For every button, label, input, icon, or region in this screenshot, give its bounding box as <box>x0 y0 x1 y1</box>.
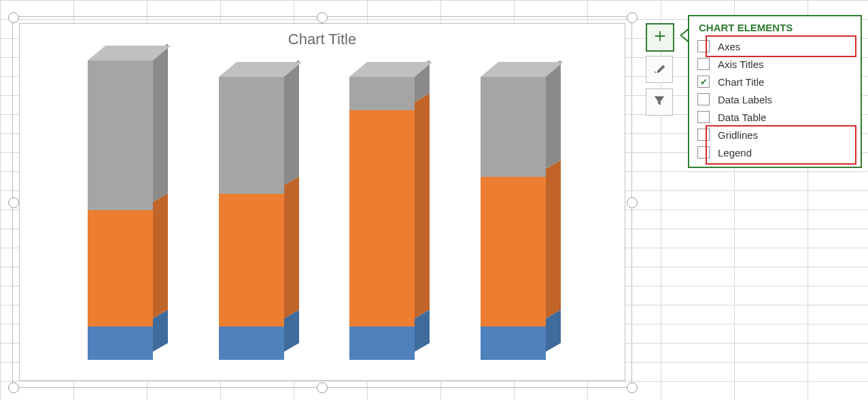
chart-element-option[interactable]: Axis Titles <box>697 55 852 73</box>
flyout-header: CHART ELEMENTS <box>699 22 851 33</box>
chart-styles-button[interactable] <box>646 56 673 83</box>
option-label: Gridlines <box>718 129 758 141</box>
brush-icon <box>652 61 667 78</box>
checkbox[interactable] <box>697 146 710 159</box>
chart-element-option[interactable]: Legend <box>697 144 852 161</box>
checkbox[interactable] <box>697 76 710 88</box>
checkbox[interactable] <box>697 111 710 123</box>
checkbox[interactable] <box>697 93 710 105</box>
flyout-pointer <box>680 29 688 42</box>
bar-column[interactable] <box>349 62 430 360</box>
chart-filters-button[interactable] <box>646 88 673 116</box>
option-label: Legend <box>718 147 752 159</box>
chart-element-option[interactable]: Chart Title <box>697 73 852 90</box>
option-label: Axes <box>718 41 740 52</box>
plus-icon <box>653 29 667 46</box>
chart-element-option[interactable]: Data Labels <box>697 90 852 108</box>
option-label: Chart Title <box>718 76 764 88</box>
chart-element-option[interactable]: Axes <box>697 37 852 55</box>
chart-plot-area[interactable] <box>60 61 584 360</box>
chart-elements-button[interactable] <box>646 23 674 52</box>
chart-object[interactable]: Chart Title <box>19 23 625 381</box>
option-label: Data Labels <box>718 94 772 105</box>
checkbox[interactable] <box>697 129 710 141</box>
option-label: Data Table <box>718 112 766 123</box>
option-label: Axis Titles <box>718 59 764 70</box>
chart-element-option[interactable]: Data Table <box>697 108 852 126</box>
checkbox[interactable] <box>697 58 710 70</box>
chart-element-option[interactable]: Gridlines <box>697 126 852 144</box>
bar-column[interactable] <box>481 62 561 360</box>
chart-elements-flyout[interactable]: CHART ELEMENTS AxesAxis TitlesChart Titl… <box>688 15 862 168</box>
checkbox[interactable] <box>697 40 710 52</box>
bar-column[interactable] <box>219 62 299 360</box>
funnel-icon <box>652 93 667 111</box>
bar-column[interactable] <box>88 46 168 360</box>
